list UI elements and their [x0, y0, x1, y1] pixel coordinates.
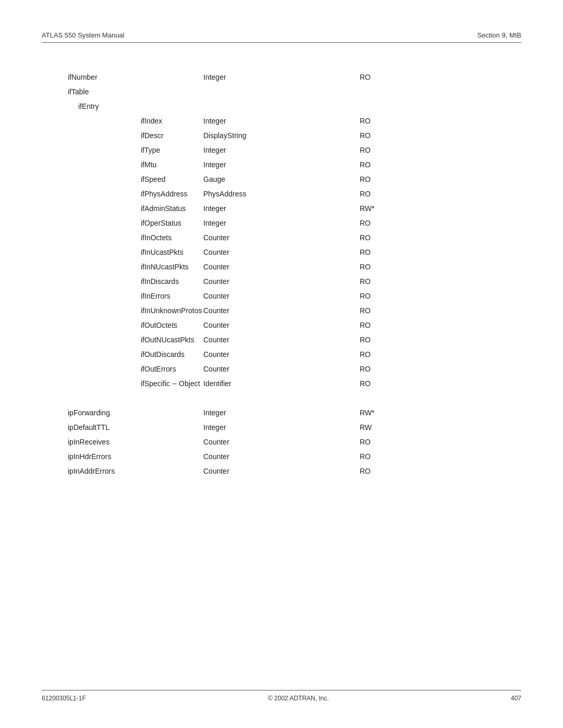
entry-name: ifInUcastPkts [57, 248, 203, 256]
entry-access: RO [360, 175, 401, 183]
entry-name: ifInErrors [57, 292, 203, 300]
list-item: ifTypeIntegerRO [57, 146, 506, 159]
list-item: ifEntry [57, 102, 506, 116]
entry-type: Integer [203, 219, 360, 227]
list-item: ifInUcastPktsCounterRO [57, 248, 506, 262]
entry-type: PhysAddress [203, 190, 360, 198]
list-item: ifOutOctetsCounterRO [57, 321, 506, 335]
list-item: ifOutDiscardsCounterRO [57, 350, 506, 364]
list-item: ifSpeedGaugeRO [57, 175, 506, 189]
list-item [57, 394, 506, 408]
entry-access: RO [360, 438, 401, 446]
entry-type: DisplayString [203, 131, 360, 140]
list-item: ifInOctetsCounterRO [57, 233, 506, 247]
entry-type: Counter [203, 365, 360, 373]
entry-access: RO [360, 161, 401, 169]
entry-access: RO [360, 263, 401, 271]
entry-type: Integer [203, 423, 360, 431]
list-item: ifIndexIntegerRO [57, 117, 506, 130]
entry-name: ifType [57, 146, 203, 154]
page-header: ATLAS 550 System Manual Section 9, MIB [42, 31, 521, 39]
list-item: ipDefaultTTLIntegerRW [57, 423, 506, 437]
entry-access: RO [360, 452, 401, 461]
entry-type: Counter [203, 321, 360, 329]
content-area: ifNumberIntegerROifTableifEntryifIndexIn… [42, 58, 521, 480]
entry-access: RO [360, 277, 401, 286]
entry-type: Integer [203, 73, 360, 81]
header-right: Section 9, MIB [477, 31, 521, 39]
list-item: ifOperStatusIntegerRO [57, 219, 506, 232]
page-footer: 61200305L1-1F © 2002 ADTRAN, Inc. 407 [42, 690, 521, 702]
entry-type: Counter [203, 452, 360, 461]
entry-name: ifInNUcastPkts [57, 263, 203, 271]
list-item: ifOutNUcastPktsCounterRO [57, 336, 506, 349]
list-item: ipInHdrErrorsCounterRO [57, 452, 506, 466]
entry-name: ipForwarding [57, 409, 203, 417]
entry-access: RO [360, 467, 401, 475]
entry-access: RO [360, 219, 401, 227]
entry-access: RO [360, 146, 401, 154]
list-item: ifNumberIntegerRO [57, 73, 506, 87]
entry-name: ifOutNUcastPkts [57, 336, 203, 344]
list-item: ifSpecific -- ObjectIdentifierRO [57, 379, 506, 393]
entry-access: RO [360, 379, 401, 388]
entry-name: ifOutErrors [57, 365, 203, 373]
footer-center: © 2002 ADTRAN, Inc. [268, 695, 329, 702]
entry-access: RW* [360, 409, 401, 417]
entry-type: Counter [203, 350, 360, 359]
entry-type: Counter [203, 263, 360, 271]
entry-type: Counter [203, 438, 360, 446]
entry-type: Gauge [203, 175, 360, 183]
list-item: ifOutErrorsCounterRO [57, 365, 506, 378]
entry-type: Integer [203, 204, 360, 213]
page: ATLAS 550 System Manual Section 9, MIB i… [0, 0, 563, 728]
list-item: ifPhysAddressPhysAddressRO [57, 190, 506, 203]
entry-name: ifAdminStatus [57, 204, 203, 213]
entry-name: ifInOctets [57, 233, 203, 242]
entry-name: ifEntry [57, 102, 203, 110]
entry-type: Counter [203, 233, 360, 242]
list-item: ipForwardingIntegerRW* [57, 409, 506, 422]
entry-access: RO [360, 321, 401, 329]
entry-name: ifOutDiscards [57, 350, 203, 359]
header-divider [42, 42, 521, 43]
entry-access: RO [360, 73, 401, 81]
entry-access: RO [360, 350, 401, 359]
entry-name: ipInAddrErrors [57, 467, 203, 475]
entry-access: RO [360, 117, 401, 125]
list-item: ifMtuIntegerRO [57, 161, 506, 174]
entry-access: RO [360, 248, 401, 256]
list-item [57, 58, 506, 72]
entry-name: ipInHdrErrors [57, 452, 203, 461]
entry-access: RO [360, 131, 401, 140]
entry-access: RW [360, 423, 401, 431]
list-item: ifDescrDisplayStringRO [57, 131, 506, 145]
footer-divider [42, 690, 521, 690]
entry-name: ifOperStatus [57, 219, 203, 227]
list-item: ipInReceivesCounterRO [57, 438, 506, 451]
entry-type: Integer [203, 161, 360, 169]
entry-access: RO [360, 190, 401, 198]
footer-left: 61200305L1-1F [42, 695, 86, 702]
entry-name: ifInDiscards [57, 277, 203, 286]
list-item: ifInUnknownProtosCounterRO [57, 306, 506, 320]
entry-type: Counter [203, 336, 360, 344]
entry-type: Counter [203, 467, 360, 475]
entry-access: RW* [360, 204, 401, 213]
entry-name: ipDefaultTTL [57, 423, 203, 431]
entry-type: Integer [203, 146, 360, 154]
entry-name: ifNumber [57, 73, 203, 81]
entry-type: Integer [203, 409, 360, 417]
entry-name: ifInUnknownProtos [57, 306, 203, 315]
entry-name: ipInReceives [57, 438, 203, 446]
entry-access: RO [360, 233, 401, 242]
entry-access: RO [360, 306, 401, 315]
entry-name: ifDescr [57, 131, 203, 140]
entry-access: RO [360, 365, 401, 373]
entry-type: Counter [203, 277, 360, 286]
entry-name: ifPhysAddress [57, 190, 203, 198]
entry-name: ifOutOctets [57, 321, 203, 329]
entry-type: Counter [203, 248, 360, 256]
entry-access: RO [360, 292, 401, 300]
list-item: ifInDiscardsCounterRO [57, 277, 506, 291]
